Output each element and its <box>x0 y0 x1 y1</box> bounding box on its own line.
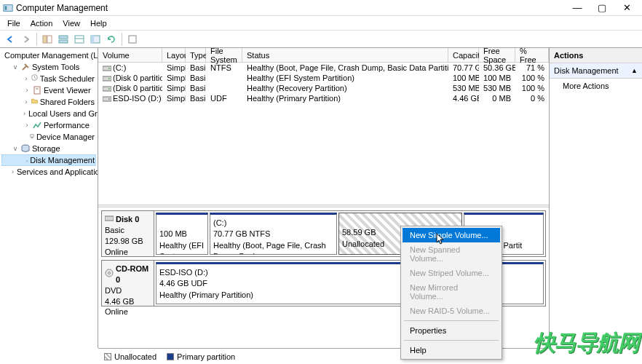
column-header-file-system[interactable]: File System <box>206 48 242 62</box>
volume-list[interactable]: VolumeLayoutTypeFile SystemStatusCapacit… <box>98 48 549 205</box>
disk-info: Basic <box>105 225 151 236</box>
volume-cell: Simple <box>162 63 186 72</box>
tree-event-viewer[interactable]: ›Event Viewer <box>1 84 96 96</box>
volume-cell: 530 MB <box>479 84 515 92</box>
disk-0-label[interactable]: Disk 0 Basic 129.98 GB Online <box>102 211 154 256</box>
volume-cell: UDF <box>206 94 242 103</box>
svg-rect-2 <box>43 36 47 43</box>
svg-rect-5 <box>59 40 68 43</box>
toolbar-icon-b[interactable] <box>72 32 87 47</box>
column-header-free-space[interactable]: Free Space <box>479 48 515 62</box>
menu-action[interactable]: Action <box>26 17 58 28</box>
tree-local-users[interactable]: ›Local Users and Groups <box>1 108 96 119</box>
refresh-button[interactable] <box>104 32 119 47</box>
disk-title: Disk 0 <box>116 214 139 225</box>
expand-icon[interactable]: v <box>12 145 19 152</box>
expand-icon[interactable]: › <box>23 98 29 106</box>
menu-file[interactable]: File <box>3 17 25 28</box>
expand-icon[interactable]: v <box>12 63 19 71</box>
volume-cell: 100 MB <box>479 74 515 82</box>
column-header-volume[interactable]: Volume <box>98 48 162 62</box>
maximize-button[interactable]: ▢ <box>590 1 614 15</box>
tree-label: Shared Folders <box>40 98 95 106</box>
svg-rect-33 <box>105 216 114 221</box>
context-separator <box>404 340 499 341</box>
volume-cell: 70.77 GB <box>448 63 479 72</box>
collapse-arrow-icon[interactable]: ▲ <box>631 67 638 74</box>
context-item-help[interactable]: Help <box>403 343 500 357</box>
cdrom-0-label[interactable]: CD-ROM 0 DVD 4.46 GB Online <box>102 261 154 306</box>
tree-services-apps[interactable]: › Services and Applications <box>1 166 96 178</box>
menubar: File Action View Help <box>0 16 642 31</box>
expand-icon[interactable]: › <box>23 87 31 94</box>
partition-c[interactable]: (C:) 70.77 GB NTFS Healthy (Boot, Page F… <box>210 213 337 255</box>
tree-root[interactable]: Computer Management (Local <box>1 50 96 61</box>
volume-cell: Healthy (Boot, Page File, Crash Dump, Ba… <box>242 63 448 72</box>
menu-view[interactable]: View <box>58 17 84 28</box>
volume-cell: NTFS <box>206 63 242 72</box>
close-button[interactable]: ✕ <box>614 1 639 15</box>
tree-label: Event Viewer <box>44 86 91 95</box>
toolbar-separator <box>122 33 122 46</box>
nav-forward-button[interactable] <box>19 32 33 47</box>
expand-icon[interactable]: › <box>23 110 25 117</box>
partition-efi[interactable]: 100 MB Healthy (EFI Syst <box>156 213 208 255</box>
expand-icon[interactable]: › <box>12 168 14 175</box>
context-item-properties[interactable]: Properties <box>403 323 500 338</box>
volume-row[interactable]: (C:)SimpleBasicNTFSHealthy (Boot, Page F… <box>98 63 549 73</box>
volume-cell: (C:) <box>98 63 162 72</box>
volume-cell: Basic <box>186 63 206 72</box>
tree-system-tools[interactable]: v System Tools <box>1 61 96 73</box>
context-item-new-simple-volume[interactable]: New Simple Volume... <box>403 228 500 242</box>
svg-rect-25 <box>103 66 111 71</box>
watermark: 快马导航网 <box>534 328 639 358</box>
volume-cell: 530 MB <box>448 84 479 92</box>
toolbar-icon-d[interactable] <box>125 32 140 47</box>
tree-device-manager[interactable]: Device Manager <box>1 131 96 143</box>
tree-storage[interactable]: v Storage <box>1 143 96 154</box>
toolbar <box>0 31 642 48</box>
drive-icon <box>103 75 111 82</box>
tree-shared-folders[interactable]: ›Shared Folders <box>1 96 96 108</box>
expand-icon[interactable]: › <box>23 75 29 82</box>
volume-cell: ESD-ISO (D:) <box>98 94 162 103</box>
column-header--free[interactable]: % Free <box>515 48 549 62</box>
menu-help[interactable]: Help <box>86 17 111 28</box>
volume-row[interactable]: ESD-ISO (D:)SimpleBasicUDFHealthy (Prima… <box>98 93 549 103</box>
volume-cell: Simple <box>162 94 186 103</box>
tree-performance[interactable]: ›Performance <box>1 119 96 131</box>
toolbar-icon-c[interactable] <box>88 32 103 47</box>
svg-rect-6 <box>75 36 84 43</box>
tree-task-scheduler[interactable]: ›Task Scheduler <box>1 73 96 84</box>
volume-row[interactable]: (Disk 0 partition 1)SimpleBasicHealthy (… <box>98 73 549 83</box>
expand-icon[interactable]: › <box>23 122 31 129</box>
column-header-status[interactable]: Status <box>242 48 448 62</box>
nav-back-button[interactable] <box>3 32 17 47</box>
tree-label: Device Manager <box>36 132 95 141</box>
partition-status: Healthy (Boot, Page File, Crash Dump, Ba… <box>213 240 333 255</box>
svg-rect-1 <box>5 6 7 9</box>
context-item-new-striped-volume: New Striped Volume... <box>403 266 500 280</box>
show-hide-tree-button[interactable] <box>40 32 55 47</box>
tree-disk-management[interactable]: Disk Management <box>1 154 96 166</box>
column-header-layout[interactable]: Layout <box>162 48 186 62</box>
volume-cell: 100 % <box>515 84 549 92</box>
minimize-button[interactable]: — <box>565 1 590 15</box>
actions-panel: Actions Disk Management ▲ More Actions <box>549 48 642 348</box>
toolbar-separator <box>36 33 37 46</box>
partition-size: 70.77 GB NTFS <box>213 229 333 240</box>
actions-subheader[interactable]: Disk Management ▲ <box>550 63 642 79</box>
volume-row[interactable]: (Disk 0 partition 4)SimpleBasicHealthy (… <box>98 83 549 93</box>
tree-label: System Tools <box>32 63 79 71</box>
actions-sub-label: Disk Management <box>554 66 619 75</box>
actions-header: Actions <box>550 48 642 63</box>
navigation-tree[interactable]: Computer Management (Local v System Tool… <box>0 48 98 348</box>
toolbar-icon-a[interactable] <box>56 32 71 47</box>
actions-more-actions[interactable]: More Actions <box>550 79 642 93</box>
tree-label: Disk Management <box>30 156 95 165</box>
column-header-capacity[interactable]: Capacity <box>448 48 479 62</box>
tree-label: Storage <box>32 144 60 153</box>
volume-cell: Simple <box>162 84 186 92</box>
column-header-type[interactable]: Type <box>186 48 206 62</box>
tree-root-label: Computer Management (Local <box>4 51 98 60</box>
